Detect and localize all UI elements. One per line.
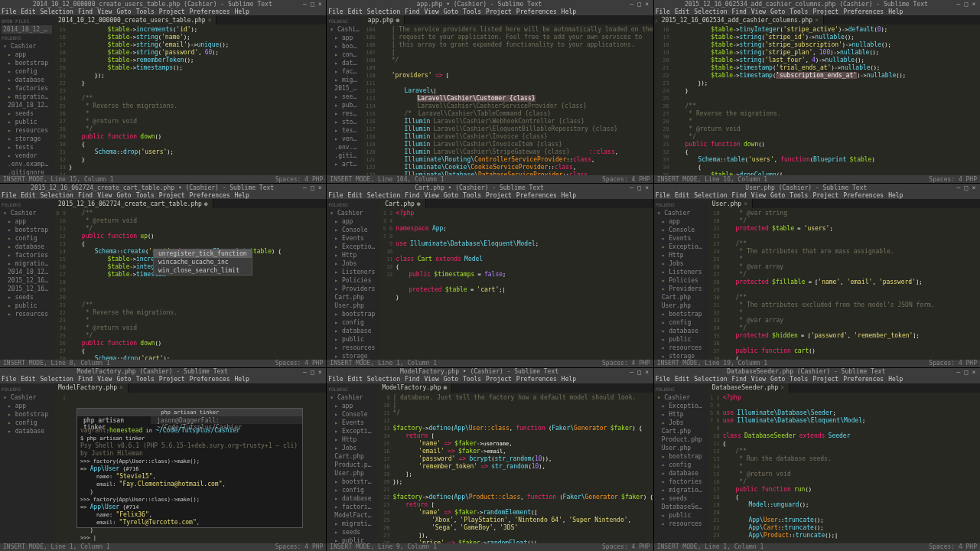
titlebar[interactable]: DatabaseSeeder.php (Cashier) - Sublime T…: [654, 368, 980, 376]
file-tab[interactable]: 2015_12_16_062534_add_cashier_columns.ph…: [657, 15, 824, 24]
win-btn[interactable]: ×: [644, 184, 650, 191]
status-spaces[interactable]: Spaces: 4: [929, 543, 962, 550]
folder-root[interactable]: Cashier: [328, 393, 376, 402]
sidebar-item[interactable]: app: [656, 217, 706, 226]
sidebar-item[interactable]: .env.example: [328, 143, 362, 152]
close-icon[interactable]: ●: [417, 201, 421, 207]
folder-root[interactable]: Cashier: [328, 25, 362, 34]
sidebar-item[interactable]: config: [656, 461, 706, 469]
win-btn[interactable]: —: [629, 1, 635, 7]
status-lang[interactable]: PHP: [966, 176, 977, 183]
sidebar-item[interactable]: Policies: [656, 276, 706, 285]
editor[interactable]: 15 16 17 18 19 20 21 22 23 24 25 26 27 2…: [54, 24, 326, 175]
editor[interactable]: 9 10 11 12 13 14 15 16 17 18 19 20 21 22…: [377, 393, 653, 543]
sidebar-item[interactable]: 2015_12_16_062534...: [2, 276, 52, 285]
sidebar-item[interactable]: User.php: [656, 302, 706, 310]
menu-item[interactable]: Project: [159, 376, 185, 383]
sidebar-item[interactable]: database: [656, 469, 706, 478]
status-spaces[interactable]: Spaces: 4: [275, 543, 308, 550]
menu-item[interactable]: View: [424, 8, 438, 15]
titlebar[interactable]: ModelFactory.php (Cashier) - Sublime Tex…: [0, 368, 326, 376]
menu-item[interactable]: View: [424, 192, 438, 199]
terminal-overlay[interactable]: php artisan tinkerphp artisan tinkerjaso…: [77, 408, 303, 528]
close-icon[interactable]: ×: [119, 384, 123, 391]
menu-item[interactable]: File: [328, 192, 343, 199]
folder-root[interactable]: Cashier: [656, 209, 706, 217]
file-tab[interactable]: app.php●: [363, 15, 405, 24]
sidebar-item[interactable]: 2014_10_12_000000...: [2, 268, 52, 276]
win-btn[interactable]: □: [309, 1, 315, 7]
sidebar-item[interactable]: factories: [656, 478, 706, 486]
titlebar[interactable]: User.php (Cashier) - Sublime Text—□×: [654, 184, 980, 191]
menu-item[interactable]: Project: [486, 192, 512, 199]
sidebar-item[interactable]: app: [2, 217, 52, 226]
sidebar-item[interactable]: tests: [2, 143, 52, 152]
editor[interactable]: 19 20 21 22 23 24 25 26 27 28 29 30 31 3…: [708, 208, 980, 359]
sidebar-item[interactable]: Exceptions: [328, 427, 376, 435]
menu-item[interactable]: Selection: [694, 376, 727, 383]
win-btn[interactable]: ×: [971, 184, 977, 191]
menu-item[interactable]: Goto: [444, 192, 458, 199]
sidebar-item[interactable]: seeds: [2, 109, 52, 118]
status-lang[interactable]: PHP: [312, 360, 323, 367]
menu-item[interactable]: Find: [405, 376, 419, 383]
sidebar-item[interactable]: storage: [656, 352, 706, 359]
sidebar-item[interactable]: database: [656, 327, 706, 335]
editor[interactable]: 1 2 3 4 5 6 7 8 9 10 11 12 13 14 15 16 1…: [708, 393, 980, 543]
menu-item[interactable]: Find: [78, 376, 93, 383]
menu-item[interactable]: Goto: [444, 8, 458, 15]
menu-item[interactable]: Goto: [770, 8, 785, 15]
menu-item[interactable]: Preferences: [516, 192, 557, 199]
menu-item[interactable]: View: [751, 8, 766, 15]
menu-item[interactable]: Edit: [675, 376, 689, 383]
menu-item[interactable]: Tools: [136, 192, 155, 199]
file-tab[interactable]: ModelFactory.php×: [54, 383, 129, 393]
terminal-body[interactable]: vagrant:homestead in ~/Code/Tutsplus/Cas…: [77, 424, 302, 543]
sidebar-item[interactable]: bootstrap: [2, 59, 52, 67]
menu-item[interactable]: Edit: [21, 8, 35, 15]
sidebar-item[interactable]: bootstrap: [328, 310, 379, 318]
close-icon[interactable]: ●: [204, 201, 208, 207]
menu-item[interactable]: Selection: [694, 8, 727, 15]
menu-item[interactable]: File: [328, 8, 343, 15]
menu-item[interactable]: Help: [888, 8, 903, 15]
win-btn[interactable]: □: [309, 184, 315, 191]
sidebar-item[interactable]: resources: [328, 344, 379, 352]
file-tab[interactable]: DatabaseSeeder.php×: [708, 383, 790, 393]
sidebar-item[interactable]: public: [328, 536, 376, 543]
menu-item[interactable]: Tools: [463, 192, 481, 199]
sidebar-item[interactable]: config: [2, 67, 52, 76]
sidebar-item[interactable]: Http: [656, 251, 706, 259]
win-btn[interactable]: ×: [317, 184, 323, 191]
sidebar-item[interactable]: Jobs: [656, 259, 706, 268]
code-area[interactable]: /** * @return void */ public function up…: [69, 208, 326, 359]
sidebar-item[interactable]: factories: [2, 84, 52, 93]
sidebar-item[interactable]: Product.php: [328, 461, 376, 469]
menu-item[interactable]: Help: [562, 192, 576, 199]
menu-item[interactable]: Goto: [116, 192, 131, 199]
menu-item[interactable]: Edit: [348, 192, 363, 199]
code-area[interactable]: <?php namespace App; use Illuminate\Data…: [396, 208, 653, 359]
sidebar-item[interactable]: artisan: [328, 160, 362, 168]
sidebar-item[interactable]: resources: [328, 109, 362, 118]
titlebar[interactable]: 2014_10_12_000000_create_users_table.php…: [0, 0, 326, 8]
close-icon[interactable]: ×: [744, 201, 747, 207]
menu-item[interactable]: File: [656, 8, 670, 15]
menu-item[interactable]: View: [424, 376, 438, 383]
win-btn[interactable]: ×: [317, 369, 323, 375]
sidebar-item[interactable]: factories: [328, 67, 362, 76]
win-btn[interactable]: —: [956, 369, 962, 375]
win-btn[interactable]: ×: [644, 1, 650, 7]
sidebar-item[interactable]: public: [656, 511, 706, 520]
sidebar-item[interactable]: User.php: [328, 469, 376, 478]
menu-item[interactable]: Preferences: [843, 192, 884, 199]
menu-item[interactable]: Preferences: [190, 376, 230, 383]
file-tab[interactable]: ModelFactory.php●: [377, 383, 452, 393]
sidebar-item[interactable]: config: [328, 318, 379, 327]
status-lang[interactable]: PHP: [312, 543, 323, 550]
menu-item[interactable]: File: [328, 376, 343, 383]
status-spaces[interactable]: Spaces: 4: [929, 176, 962, 183]
sidebar-item[interactable]: database: [328, 494, 376, 503]
titlebar[interactable]: 2015_12_16_062724_create_cart_table.php …: [0, 184, 326, 191]
status-lang[interactable]: PHP: [639, 176, 650, 183]
